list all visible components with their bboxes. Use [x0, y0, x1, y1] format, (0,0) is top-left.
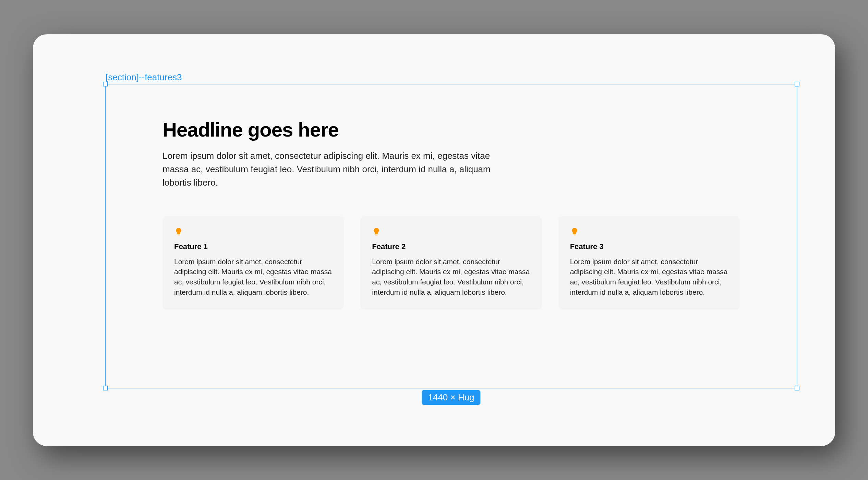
feature-card-2[interactable]: Feature 2 Lorem ipsum dolor sit amet, co…	[360, 216, 542, 310]
lightbulb-icon	[372, 227, 530, 236]
lightbulb-icon	[570, 227, 728, 236]
feature-card-1[interactable]: Feature 1 Lorem ipsum dolor sit amet, co…	[162, 216, 344, 310]
lightbulb-icon	[174, 227, 332, 236]
feature-title[interactable]: Feature 2	[372, 242, 530, 251]
selection-layer-label[interactable]: [section]--features3	[106, 72, 182, 83]
features-row: Feature 1 Lorem ipsum dolor sit amet, co…	[162, 216, 740, 310]
design-artboard[interactable]: Headline goes here Lorem ipsum dolor sit…	[33, 34, 835, 446]
feature-title[interactable]: Feature 3	[570, 242, 728, 251]
section-subheadline[interactable]: Lorem ipsum dolor sit amet, consectetur …	[162, 149, 498, 189]
feature-card-3[interactable]: Feature 3 Lorem ipsum dolor sit amet, co…	[558, 216, 740, 310]
feature-desc[interactable]: Lorem ipsum dolor sit amet, consectetur …	[570, 257, 728, 297]
section-features3[interactable]: Headline goes here Lorem ipsum dolor sit…	[105, 84, 797, 388]
selection-size-badge: 1440 × Hug	[422, 390, 480, 405]
feature-desc[interactable]: Lorem ipsum dolor sit amet, consectetur …	[174, 257, 332, 297]
section-headline[interactable]: Headline goes here	[162, 118, 740, 141]
feature-desc[interactable]: Lorem ipsum dolor sit amet, consectetur …	[372, 257, 530, 297]
feature-title[interactable]: Feature 1	[174, 242, 332, 251]
